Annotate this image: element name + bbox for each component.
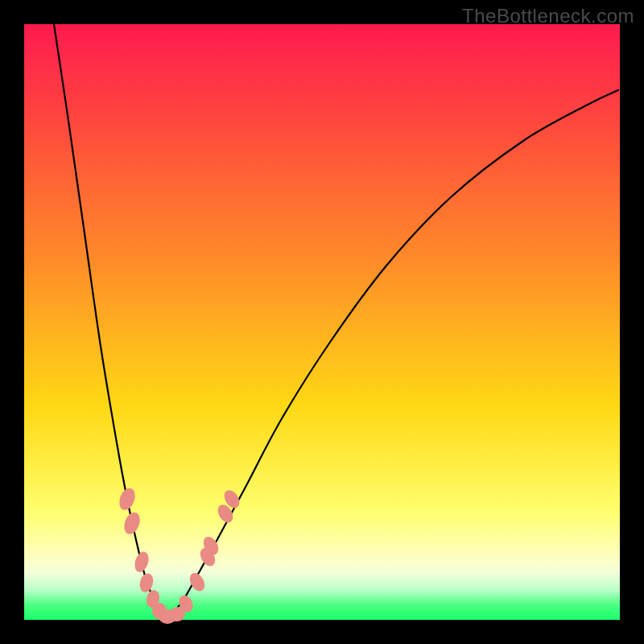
curve-right-branch <box>167 90 618 617</box>
marker-dot <box>117 486 138 512</box>
marker-dot <box>122 510 142 536</box>
chart-frame: TheBottleneck.com <box>0 0 644 644</box>
watermark-text: TheBottleneck.com <box>462 5 634 27</box>
curve-left-branch <box>54 24 167 617</box>
plot-area <box>24 24 620 620</box>
curve-layer <box>24 24 620 620</box>
marker-dot <box>132 550 151 574</box>
marker-group <box>117 486 242 624</box>
